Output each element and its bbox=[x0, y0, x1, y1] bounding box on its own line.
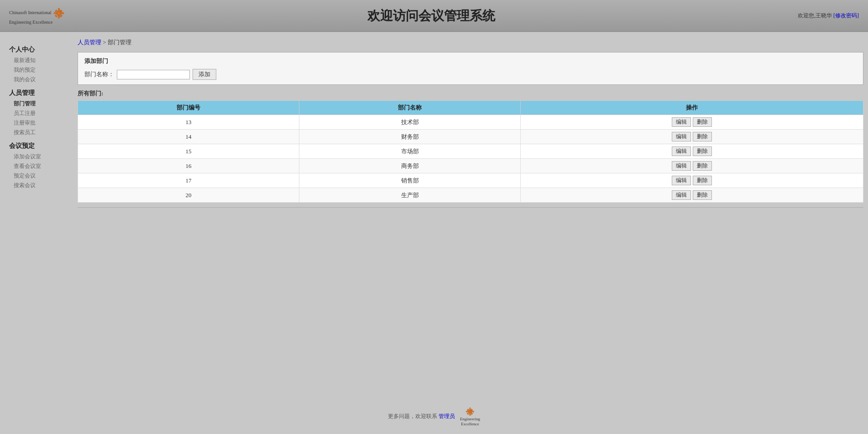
table-row: 20生产部编辑删除 bbox=[78, 188, 863, 203]
svg-rect-8 bbox=[55, 15, 58, 17]
svg-rect-17 bbox=[467, 413, 469, 414]
edit-button[interactable]: 编辑 bbox=[672, 161, 691, 171]
add-dept-box: 添加部门 部门名称： 添加 bbox=[78, 52, 863, 85]
dept-id-cell: 14 bbox=[78, 130, 299, 144]
svg-rect-3 bbox=[54, 13, 56, 14]
dept-action-cell: 编辑删除 bbox=[521, 130, 863, 144]
footer: 更多问题，欢迎联系 管理员 Engineering Excellence bbox=[0, 397, 868, 434]
footer-brand: Engineering Excellence bbox=[460, 417, 480, 427]
dept-id-cell: 13 bbox=[78, 115, 299, 130]
footer-admin-link[interactable]: 管理员 bbox=[439, 413, 455, 419]
brand-line1: Chinasoft International bbox=[9, 10, 51, 15]
table-row: 16商务部编辑删除 bbox=[78, 159, 863, 173]
dept-action-cell: 编辑删除 bbox=[521, 144, 863, 159]
table-row: 17销售部编辑删除 bbox=[78, 173, 863, 188]
col-header-action: 操作 bbox=[521, 101, 863, 115]
table-row: 14财务部编辑删除 bbox=[78, 130, 863, 144]
gear-icon bbox=[52, 7, 65, 20]
sidebar-item-search-meeting[interactable]: 搜索会议 bbox=[9, 181, 64, 190]
svg-rect-1 bbox=[58, 8, 59, 10]
sidebar-item-search-employee[interactable]: 搜索员工 bbox=[9, 128, 64, 137]
sidebar-item-book-meeting[interactable]: 预定会议 bbox=[9, 171, 64, 181]
sidebar-item-register-approval[interactable]: 注册审批 bbox=[9, 118, 64, 128]
table-row: 15市场部编辑删除 bbox=[78, 144, 863, 159]
logo-brand: Chinasoft International Engineering Exce… bbox=[9, 7, 65, 25]
svg-rect-10 bbox=[470, 408, 471, 409]
delete-button[interactable]: 删除 bbox=[693, 132, 712, 141]
content-divider bbox=[78, 207, 863, 208]
dept-name-label: 部门名称： bbox=[84, 70, 114, 78]
sidebar-item-my-bookings[interactable]: 我的预定 bbox=[9, 65, 64, 75]
footer-gear-icon bbox=[465, 407, 475, 417]
svg-rect-13 bbox=[472, 411, 474, 412]
breadcrumb-parent[interactable]: 人员管理 bbox=[78, 39, 101, 46]
edit-button[interactable]: 编辑 bbox=[672, 132, 691, 141]
dept-id-cell: 16 bbox=[78, 159, 299, 173]
dept-table-body: 13技术部编辑删除14财务部编辑删除15市场部编辑删除16商务部编辑删除17销售… bbox=[78, 115, 863, 203]
dept-name-input[interactable] bbox=[117, 70, 190, 79]
sidebar-item-dept-mgmt[interactable]: 部门管理 bbox=[9, 99, 64, 109]
breadcrumb-current: 部门管理 bbox=[108, 39, 131, 46]
footer-text: 更多问题，欢迎联系 bbox=[388, 413, 437, 419]
change-password-link[interactable]: [修改密码] bbox=[833, 12, 859, 19]
header-user: 欢迎您,王晓华 [修改密码] bbox=[798, 12, 859, 20]
breadcrumb: 人员管理 > 部门管理 bbox=[78, 37, 863, 48]
dept-action-cell: 编辑删除 bbox=[521, 188, 863, 203]
svg-rect-4 bbox=[62, 13, 64, 14]
sidebar-section-personal: 个人中心 bbox=[9, 46, 64, 54]
header: Chinasoft International Engineering Exce… bbox=[0, 0, 868, 32]
footer-logo: Engineering Excellence bbox=[460, 407, 480, 427]
sidebar-item-employee-register[interactable]: 员工注册 bbox=[9, 109, 64, 118]
dept-id-cell: 20 bbox=[78, 188, 299, 203]
svg-rect-11 bbox=[470, 414, 471, 416]
dept-table: 部门编号 部门名称 操作 13技术部编辑删除14财务部编辑删除15市场部编辑删除… bbox=[78, 100, 863, 203]
dept-action-cell: 编辑删除 bbox=[521, 173, 863, 188]
main-container: 个人中心 最新通知 我的预定 我的会议 人员管理 部门管理 员工注册 注册审批 … bbox=[0, 32, 868, 397]
add-dept-button[interactable]: 添加 bbox=[193, 69, 216, 80]
logo-area: Chinasoft International Engineering Exce… bbox=[9, 7, 65, 25]
add-dept-title: 添加部门 bbox=[84, 57, 857, 65]
sidebar-item-view-rooms[interactable]: 查看会议室 bbox=[9, 162, 64, 171]
delete-button[interactable]: 删除 bbox=[693, 117, 712, 127]
delete-button[interactable]: 删除 bbox=[693, 146, 712, 156]
sidebar-item-notifications[interactable]: 最新通知 bbox=[9, 56, 64, 65]
breadcrumb-separator: > bbox=[103, 39, 108, 46]
dept-id-cell: 15 bbox=[78, 144, 299, 159]
dept-name-cell: 生产部 bbox=[299, 188, 521, 203]
sidebar-section-personnel: 人员管理 bbox=[9, 89, 64, 97]
content-area: 人员管理 > 部门管理 添加部门 部门名称： 添加 所有部门: 部门编号 部门名… bbox=[73, 37, 868, 393]
col-header-id: 部门编号 bbox=[78, 101, 299, 115]
dept-name-cell: 财务部 bbox=[299, 130, 521, 144]
table-row: 13技术部编辑删除 bbox=[78, 115, 863, 130]
edit-button[interactable]: 编辑 bbox=[672, 176, 691, 185]
edit-button[interactable]: 编辑 bbox=[672, 146, 691, 156]
header-title: 欢迎访问会议管理系统 bbox=[65, 7, 798, 25]
delete-button[interactable]: 删除 bbox=[693, 190, 712, 200]
sidebar-item-my-meetings[interactable]: 我的会议 bbox=[9, 75, 64, 84]
sidebar-item-add-room[interactable]: 添加会议室 bbox=[9, 152, 64, 162]
col-header-name: 部门名称 bbox=[299, 101, 521, 115]
delete-button[interactable]: 删除 bbox=[693, 176, 712, 185]
delete-button[interactable]: 删除 bbox=[693, 161, 712, 171]
dept-name-cell: 商务部 bbox=[299, 159, 521, 173]
edit-button[interactable]: 编辑 bbox=[672, 190, 691, 200]
sidebar: 个人中心 最新通知 我的预定 我的会议 人员管理 部门管理 员工注册 注册审批 … bbox=[0, 37, 73, 393]
all-depts-title: 所有部门: bbox=[78, 89, 863, 98]
dept-id-cell: 17 bbox=[78, 173, 299, 188]
welcome-text: 欢迎您,王晓华 bbox=[798, 12, 832, 19]
brand-line2: Engineering Excellence bbox=[9, 20, 52, 25]
dept-action-cell: 编辑删除 bbox=[521, 159, 863, 173]
dept-name-cell: 技术部 bbox=[299, 115, 521, 130]
dept-name-cell: 市场部 bbox=[299, 144, 521, 159]
edit-button[interactable]: 编辑 bbox=[672, 117, 691, 127]
svg-point-9 bbox=[468, 410, 472, 413]
svg-point-0 bbox=[57, 11, 61, 16]
svg-rect-12 bbox=[466, 411, 468, 412]
dept-name-cell: 销售部 bbox=[299, 173, 521, 188]
table-header-row: 部门编号 部门名称 操作 bbox=[78, 101, 863, 115]
dept-action-cell: 编辑删除 bbox=[521, 115, 863, 130]
add-dept-form: 部门名称： 添加 bbox=[84, 69, 857, 80]
svg-rect-2 bbox=[58, 16, 59, 18]
sidebar-section-meetings: 会议预定 bbox=[9, 142, 64, 150]
